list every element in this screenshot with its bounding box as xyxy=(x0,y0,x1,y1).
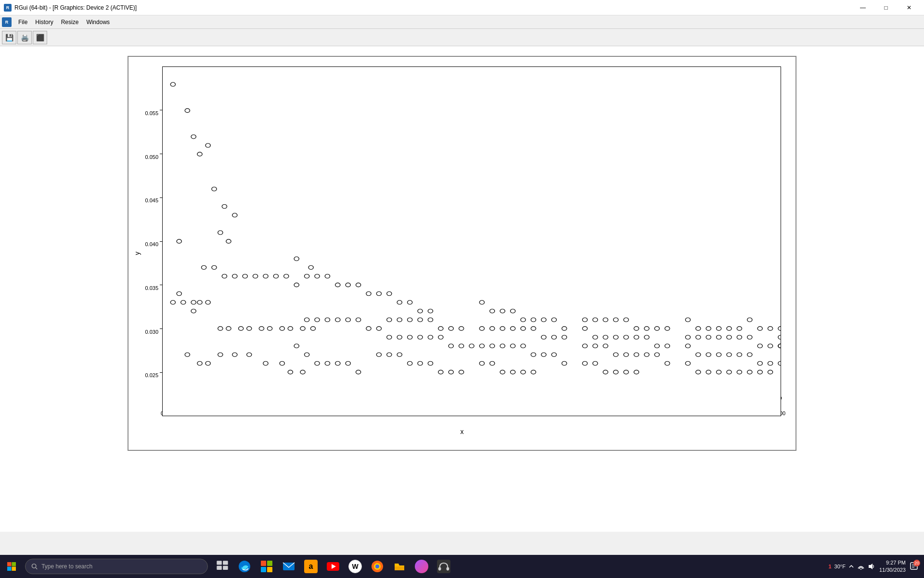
svg-point-113 xyxy=(479,327,484,330)
svg-point-179 xyxy=(778,327,781,330)
svg-point-115 xyxy=(500,327,505,330)
svg-point-231 xyxy=(375,565,379,568)
svg-point-145 xyxy=(665,327,669,330)
close-button[interactable]: ✕ xyxy=(898,0,920,15)
svg-point-36 xyxy=(185,353,190,356)
svg-point-116 xyxy=(510,327,515,330)
svg-point-162 xyxy=(654,353,659,356)
x-axis-label: x xyxy=(461,428,464,435)
svg-point-21 xyxy=(177,291,181,295)
mail-icon xyxy=(282,560,295,573)
svg-point-82 xyxy=(438,327,443,330)
svg-point-141 xyxy=(624,318,629,322)
menu-history[interactable]: History xyxy=(31,18,57,26)
svg-point-181 xyxy=(696,335,701,339)
svg-point-9 xyxy=(218,231,223,235)
svg-point-119 xyxy=(541,335,546,339)
svg-point-206 xyxy=(747,370,752,374)
window-title: RGui (64-bit) - [R Graphics: Device 2 (A… xyxy=(14,4,137,11)
svg-rect-219 xyxy=(217,566,222,570)
svg-point-64 xyxy=(315,361,320,365)
svg-point-127 xyxy=(531,353,536,356)
svg-point-209 xyxy=(778,335,781,339)
app9-button[interactable] xyxy=(411,556,432,577)
search-input[interactable] xyxy=(41,563,202,570)
svg-point-85 xyxy=(376,327,381,330)
notification-center[interactable]: 20 xyxy=(910,562,918,572)
screen-button[interactable]: ⬛ xyxy=(33,31,47,44)
title-controls: — □ ✕ xyxy=(852,0,920,15)
svg-point-163 xyxy=(665,361,669,365)
svg-point-136 xyxy=(531,370,536,374)
save-button[interactable]: 💾 xyxy=(2,31,16,44)
svg-point-120 xyxy=(552,335,556,339)
svg-point-53 xyxy=(304,318,309,322)
svg-point-215 xyxy=(32,564,36,568)
start-button[interactable] xyxy=(0,555,23,578)
search-bar[interactable] xyxy=(25,559,208,574)
clock[interactable]: 9:27 PM 11/30/2023 xyxy=(879,559,906,574)
svg-point-122 xyxy=(479,344,484,348)
edge-button[interactable] xyxy=(234,556,255,577)
browser-button[interactable] xyxy=(367,556,388,577)
svg-point-192 xyxy=(706,353,711,356)
svg-point-87 xyxy=(397,335,402,339)
files-button[interactable] xyxy=(389,556,410,577)
svg-point-169 xyxy=(634,370,639,374)
svg-rect-213 xyxy=(7,567,12,571)
svg-point-89 xyxy=(418,335,423,339)
store-button[interactable] xyxy=(256,556,277,577)
svg-point-30 xyxy=(267,327,272,330)
menu-file[interactable]: File xyxy=(14,18,31,26)
svg-point-168 xyxy=(624,370,629,374)
r-menu-icon: R xyxy=(2,17,12,27)
svg-point-150 xyxy=(624,335,629,339)
svg-point-47 xyxy=(315,274,320,278)
svg-rect-224 xyxy=(261,567,266,572)
chevron-up-icon[interactable] xyxy=(848,564,854,569)
maximize-button[interactable]: □ xyxy=(875,0,897,15)
clock-date: 11/30/2023 xyxy=(879,566,906,574)
svg-point-72 xyxy=(387,291,392,295)
svg-point-22 xyxy=(191,309,196,313)
svg-point-208 xyxy=(768,370,772,374)
app10-button[interactable] xyxy=(433,556,454,577)
notification-count: 20 xyxy=(913,560,920,566)
svg-point-195 xyxy=(737,353,742,356)
plot-area: y x 0.0250.0300.0350.0400.0450.0500.055 … xyxy=(128,57,796,450)
svg-point-12 xyxy=(212,265,217,269)
svg-point-16 xyxy=(253,274,257,278)
svg-point-38 xyxy=(205,361,210,365)
wikipedia-button[interactable]: W xyxy=(345,556,366,577)
svg-point-177 xyxy=(757,327,762,330)
mail-button[interactable] xyxy=(278,556,299,577)
amazon-button[interactable]: a xyxy=(300,556,321,577)
svg-point-146 xyxy=(582,327,587,330)
svg-point-175 xyxy=(737,327,742,330)
svg-point-193 xyxy=(716,353,721,356)
svg-point-25 xyxy=(218,327,223,330)
task-view-button[interactable] xyxy=(212,556,233,577)
svg-point-207 xyxy=(757,370,762,374)
svg-point-43 xyxy=(280,361,284,365)
youtube-button[interactable] xyxy=(322,556,344,577)
svg-point-126 xyxy=(521,344,526,348)
svg-point-8 xyxy=(232,213,237,217)
svg-point-0 xyxy=(170,82,175,86)
svg-point-235 xyxy=(860,569,861,570)
svg-point-155 xyxy=(582,344,587,348)
task-view-icon xyxy=(216,560,229,573)
svg-point-34 xyxy=(181,301,186,304)
svg-point-102 xyxy=(449,370,453,374)
svg-rect-214 xyxy=(12,567,16,571)
svg-point-204 xyxy=(727,370,732,374)
minimize-button[interactable]: — xyxy=(852,0,874,15)
svg-point-52 xyxy=(366,291,371,295)
menu-windows[interactable]: Windows xyxy=(82,18,114,26)
menu-resize[interactable]: Resize xyxy=(57,18,83,26)
volume-icon[interactable] xyxy=(868,563,875,570)
print-button[interactable]: 🖨️ xyxy=(17,31,32,44)
svg-point-65 xyxy=(325,361,330,365)
svg-point-67 xyxy=(346,361,350,365)
svg-point-124 xyxy=(500,344,505,348)
